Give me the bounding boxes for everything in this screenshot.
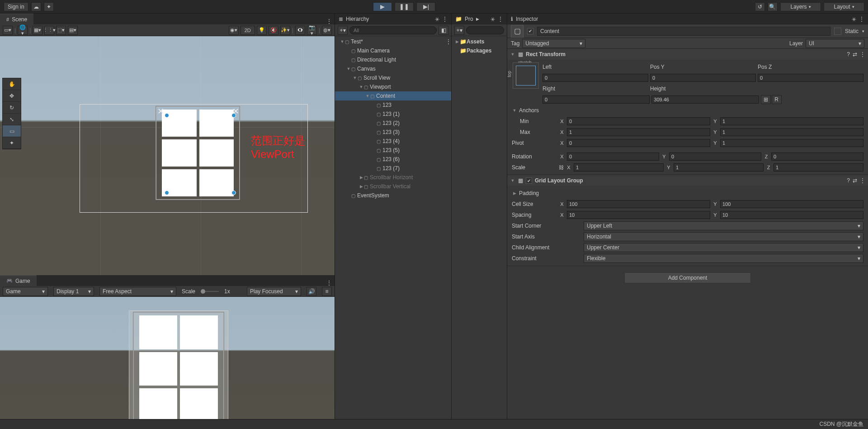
anchor-min-y[interactable] — [720, 117, 863, 125]
hierarchy-item[interactable]: Main Camera — [335, 46, 451, 55]
space-y[interactable] — [720, 211, 863, 219]
child-align-dropdown[interactable]: Upper Center▾ — [584, 243, 863, 252]
hierarchy-tree[interactable]: ▼Test*Main CameraDirectional Light▼Canva… — [335, 36, 451, 429]
hierarchy-item[interactable]: ▼Canvas — [335, 64, 451, 73]
constraint-dropdown[interactable]: Flexible▾ — [584, 254, 863, 263]
layers-dropdown[interactable]: Layers — [780, 2, 821, 11]
mute-button[interactable]: 🔊 — [307, 287, 316, 296]
scale-tool[interactable]: ⤡ — [3, 114, 21, 125]
project-menu-icon[interactable] — [498, 16, 503, 22]
hierarchy-item[interactable]: Directional Light — [335, 55, 451, 64]
play-button[interactable]: ▶ — [373, 2, 392, 11]
component-enabled-checkbox[interactable]: ✔ — [526, 177, 532, 184]
component-menu-icon[interactable] — [860, 177, 865, 184]
anchor-preset-button[interactable] — [513, 62, 539, 89]
pivot-x[interactable] — [567, 139, 710, 147]
raw-edit-button[interactable]: R — [772, 95, 782, 104]
anchor-handle[interactable]: ✕ — [232, 106, 239, 116]
grid-snap-button[interactable]: ▤▾ — [68, 26, 78, 35]
snap-inc-button[interactable]: ⋮⋮▾ — [44, 26, 54, 35]
hierarchy-menu-icon[interactable] — [442, 16, 448, 22]
cell-y[interactable] — [720, 200, 863, 208]
add-button[interactable]: +▾ — [338, 26, 348, 35]
anchors-fold[interactable]: ▼ — [512, 108, 517, 113]
posz-input[interactable] — [758, 74, 863, 82]
hierarchy-search[interactable] — [349, 26, 437, 34]
anchor-max-y[interactable] — [720, 128, 863, 136]
fold-icon[interactable]: ▼ — [510, 52, 515, 57]
help-icon[interactable]: ? — [847, 51, 850, 57]
blueprint-button[interactable]: ⊞ — [761, 95, 771, 104]
snap-button[interactable]: ⬚▾ — [56, 26, 66, 35]
add-asset-button[interactable]: +▾ — [454, 26, 464, 35]
aspect-dropdown[interactable]: Free Aspect▾ — [99, 287, 176, 296]
hierarchy-item[interactable]: 123 (1) — [335, 110, 451, 119]
orientation-button[interactable]: 🌐▾ — [18, 26, 28, 35]
scale-x[interactable] — [574, 163, 664, 172]
static-checkbox[interactable] — [834, 28, 841, 35]
gameobject-icon[interactable]: ▢ — [511, 25, 524, 38]
scene-menu-icon[interactable] — [326, 18, 332, 24]
hierarchy-item[interactable]: ▶Scrollbar Vertical — [335, 182, 451, 191]
scale-z[interactable] — [774, 163, 863, 172]
rot-y[interactable] — [669, 153, 761, 161]
left-input[interactable] — [542, 74, 648, 82]
vc-icon[interactable]: ✦ — [44, 2, 54, 11]
active-checkbox[interactable]: ✔ — [527, 28, 533, 34]
component-menu-icon[interactable] — [860, 51, 865, 57]
padding-fold[interactable]: ▶ — [512, 191, 517, 195]
cell-x[interactable] — [567, 200, 710, 208]
scene-view[interactable]: ✕ ✕ 范围正好是ViewPort ✋ ✥ ↻ ⤡ ▭ ✦ — [0, 36, 335, 275]
pivot-y[interactable] — [720, 139, 863, 147]
tag-dropdown[interactable]: Untagged▾ — [522, 39, 585, 48]
hierarchy-item[interactable]: ▼Content — [335, 91, 451, 100]
move-tool[interactable]: ✥ — [3, 90, 21, 102]
hand-tool[interactable]: ✋ — [3, 78, 21, 90]
right-input[interactable] — [542, 95, 650, 104]
2d-button[interactable]: 2D — [241, 26, 255, 35]
hierarchy-item[interactable]: ▼Scroll View — [335, 73, 451, 82]
rotate-tool[interactable]: ↻ — [3, 102, 21, 114]
help-icon[interactable]: ? — [847, 177, 850, 184]
add-component-button[interactable]: Add Component — [624, 272, 751, 283]
preset-icon[interactable]: ⇄ — [853, 177, 857, 184]
lighting-button[interactable]: 💡 — [257, 26, 267, 35]
rot-z[interactable] — [771, 153, 863, 161]
resize-handle[interactable] — [231, 191, 236, 195]
hierarchy-item[interactable]: 123 (2) — [335, 119, 451, 128]
lock-icon[interactable]: ⚹ — [435, 16, 439, 22]
lock-icon[interactable]: ⚹ — [491, 16, 495, 22]
game-view[interactable] — [0, 297, 335, 429]
resize-handle[interactable] — [165, 113, 169, 118]
anchor-min-x[interactable] — [567, 117, 710, 125]
content-rect[interactable] — [156, 106, 240, 200]
shading-button[interactable]: ◉▾ — [229, 26, 239, 35]
rect-tool[interactable]: ▭ — [3, 125, 21, 137]
static-dropdown-icon[interactable]: ▾ — [862, 29, 864, 33]
rot-x[interactable] — [567, 153, 659, 161]
cloud-icon[interactable]: ☁ — [31, 2, 41, 11]
play-mode-dropdown[interactable]: Play Focused▾ — [247, 287, 301, 296]
grid-button[interactable]: ▦▾ — [33, 26, 42, 35]
search-icon[interactable]: 🔍 — [768, 2, 778, 11]
posy-input[interactable] — [650, 74, 756, 82]
game-display-type[interactable]: Game▾ — [3, 287, 48, 296]
scene-item-menu[interactable] — [446, 38, 451, 45]
scale-slider[interactable] — [201, 291, 219, 292]
undo-history-icon[interactable]: ↺ — [755, 2, 765, 11]
transform-tool[interactable]: ✦ — [3, 137, 21, 149]
start-axis-dropdown[interactable]: Horizontal▾ — [584, 232, 863, 241]
audio-button[interactable]: 🔇 — [269, 26, 278, 35]
layout-dropdown[interactable]: Layout — [824, 2, 864, 11]
preset-icon[interactable]: ⇄ — [853, 51, 857, 57]
link-icon[interactable]: ⛓ — [559, 165, 564, 170]
project-item[interactable]: 📁 Packages — [452, 46, 507, 55]
layer-dropdown[interactable]: UI▾ — [806, 39, 864, 48]
fold-icon[interactable]: ▼ — [510, 178, 515, 183]
hierarchy-item[interactable]: 123 (5) — [335, 146, 451, 155]
hierarchy-item[interactable]: ▼Viewport — [335, 82, 451, 91]
hierarchy-item[interactable]: 123 (3) — [335, 128, 451, 137]
game-menu-icon[interactable] — [326, 280, 332, 286]
step-button[interactable]: ▶| — [416, 2, 435, 11]
game-tab[interactable]: 🎮 Game — [0, 275, 37, 286]
